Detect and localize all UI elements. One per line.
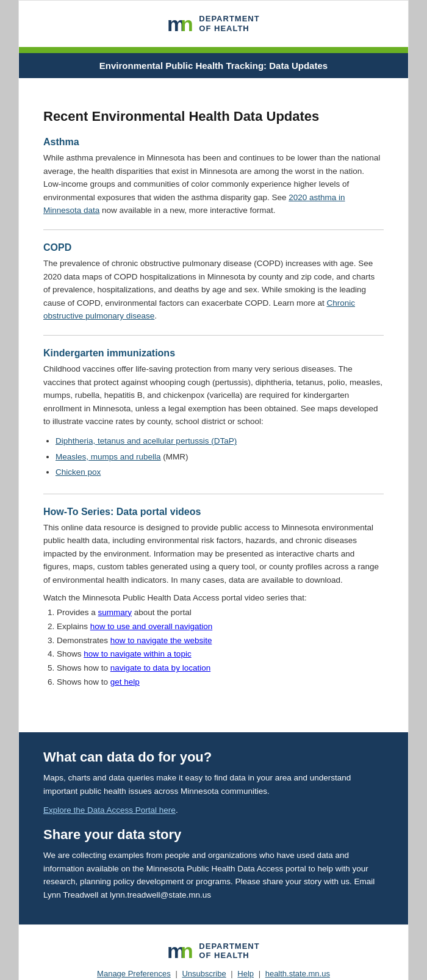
list-item: Chicken pox <box>56 466 384 479</box>
howto-intro: This online data resource is designed to… <box>43 521 384 587</box>
nav-link[interactable]: how to use and overall navigation <box>90 622 212 631</box>
email-banner: Environmental Public Health Tracking: Da… <box>19 53 408 78</box>
list-item: Shows how to navigate within a topic <box>57 647 384 661</box>
list-item: Measles, mumps and rubella (MMR) <box>56 450 384 464</box>
footer-dept-line1: DEPARTMENT <box>199 942 259 951</box>
cta-link-para: Explore the Data Access Portal here. <box>43 804 384 817</box>
copd-text-after: . <box>154 311 157 320</box>
howto-section: How-To Series: Data portal videos This o… <box>43 506 384 702</box>
mmr-suffix: (MMR) <box>161 452 188 461</box>
main-content: Recent Environmental Health Data Updates… <box>19 90 408 732</box>
list-item: Explains how to use and overall navigati… <box>57 620 384 634</box>
health-site-link[interactable]: health.state.mn.us <box>265 969 330 978</box>
separator2: | <box>231 969 235 978</box>
share-title: Share your data story <box>43 827 384 843</box>
dept-line2: OF HEALTH <box>199 24 259 34</box>
unsubscribe-link[interactable]: Unsubscribe <box>182 969 226 978</box>
separator3: | <box>259 969 263 978</box>
navigate-location-link[interactable]: navigate to data by location <box>110 663 210 672</box>
asthma-body: While asthma prevalence in Minnesota has… <box>43 151 384 217</box>
footer-mn-logo-icon: m n <box>167 940 194 962</box>
howto-list: Provides a summary about the portal Expl… <box>57 606 384 690</box>
svg-text:n: n <box>181 13 193 35</box>
kindergarten-links-list: Diphtheria, tetanus and acellular pertus… <box>56 434 384 479</box>
footer-dept-line2: OF HEALTH <box>199 951 259 960</box>
asthma-title: Asthma <box>43 137 384 148</box>
navigate-topic-link[interactable]: how to navigate within a topic <box>84 649 191 658</box>
help-link[interactable]: Help <box>237 969 254 978</box>
mmr-link[interactable]: Measles, mumps and rubella <box>56 452 161 461</box>
footer-logo: m n DEPARTMENT OF HEALTH <box>37 940 390 962</box>
email-footer: m n DEPARTMENT OF HEALTH Manage Preferen… <box>19 924 408 980</box>
cta-body2: We are collecting examples from people a… <box>43 849 384 901</box>
kindergarten-title: Kindergarten immunizations <box>43 348 384 359</box>
copd-body: The prevalence of chronic obstructive pu… <box>43 257 384 323</box>
copd-text-before: The prevalence of chronic obstructive pu… <box>43 259 375 308</box>
summary-link[interactable]: summary <box>98 608 132 617</box>
dtap-link[interactable]: Diphtheria, tetanus and acellular pertus… <box>56 436 237 445</box>
kindergarten-body: Childhood vaccines offer life-saving pro… <box>43 362 384 479</box>
list-item: Shows how to get help <box>57 676 384 690</box>
asthma-text-after: now available in a new, more interactive… <box>99 206 275 215</box>
logo-area: m n DEPARTMENT OF HEALTH <box>37 13 390 35</box>
svg-text:n: n <box>181 940 193 962</box>
cta-body1: Maps, charts and data queries make it ea… <box>43 771 384 798</box>
separator1: | <box>175 969 179 978</box>
asthma-section: Asthma While asthma prevalence in Minnes… <box>43 137 384 230</box>
dept-line1: DEPARTMENT <box>199 14 259 24</box>
page-title: Recent Environmental Health Data Updates <box>43 109 384 124</box>
list-item: Provides a summary about the portal <box>57 606 384 620</box>
kindergarten-text: Childhood vaccines offer life-saving pro… <box>43 362 384 428</box>
copd-section: COPD The prevalence of chronic obstructi… <box>43 242 384 336</box>
mn-logo-icon: m n <box>167 13 194 35</box>
cta-title1: What can data do for you? <box>43 749 384 765</box>
navigate-website-link[interactable]: how to navigate the website <box>110 636 212 645</box>
get-help-link[interactable]: get help <box>110 677 140 686</box>
list-item: Diphtheria, tetanus and acellular pertus… <box>56 434 384 448</box>
explore-portal-link[interactable]: Explore the Data Access Portal here <box>43 805 176 815</box>
email-header: m n DEPARTMENT OF HEALTH <box>19 1 408 49</box>
list-item: Demonstrates how to navigate the website <box>57 634 384 648</box>
footer-logo-text: DEPARTMENT OF HEALTH <box>199 942 259 960</box>
spacer <box>19 78 408 90</box>
kindergarten-section: Kindergarten immunizations Childhood vac… <box>43 348 384 494</box>
banner-title: Environmental Public Health Tracking: Da… <box>99 60 328 71</box>
cta-section: What can data do for you? Maps, charts a… <box>19 732 408 924</box>
list-item: Shows how to navigate to data by locatio… <box>57 661 384 676</box>
manage-preferences-link[interactable]: Manage Preferences <box>97 969 171 978</box>
copd-title: COPD <box>43 242 384 253</box>
howto-title: How-To Series: Data portal videos <box>43 506 384 517</box>
footer-links: Manage Preferences | Unsubscribe | Help … <box>37 969 390 978</box>
chickenpox-link[interactable]: Chicken pox <box>56 467 101 477</box>
logo-text: DEPARTMENT OF HEALTH <box>199 14 259 33</box>
watch-label: Watch the Minnesota Public Health Data A… <box>43 593 384 602</box>
